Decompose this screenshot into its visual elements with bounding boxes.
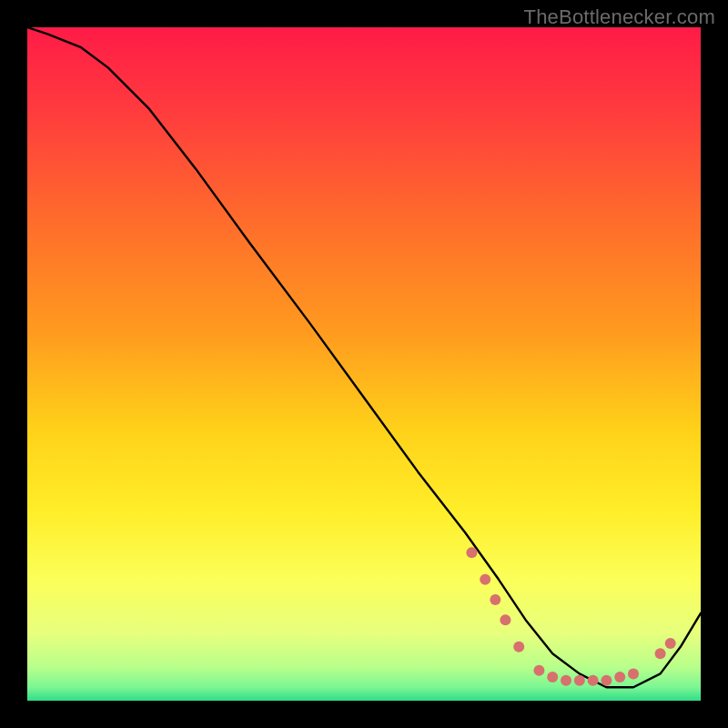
stage: TheBottlenecker.com xyxy=(0,0,728,728)
watermark-text: TheBottlenecker.com xyxy=(524,5,715,29)
marker-dot xyxy=(500,614,511,625)
marker-dot xyxy=(665,638,676,649)
marker-dot xyxy=(655,648,666,659)
chart-svg xyxy=(27,27,701,701)
marker-dot xyxy=(547,672,558,682)
marker-dot xyxy=(588,675,599,686)
marker-dot xyxy=(628,668,639,679)
marker-dot xyxy=(513,642,524,652)
marker-dot xyxy=(490,594,500,605)
gradient-background xyxy=(27,27,701,701)
marker-dot xyxy=(533,665,544,676)
marker-dot xyxy=(561,675,571,686)
marker-dot xyxy=(480,574,490,585)
marker-dot xyxy=(574,675,585,686)
plot-area xyxy=(27,27,701,701)
marker-dot xyxy=(466,547,477,558)
marker-dot xyxy=(614,672,625,682)
marker-dot xyxy=(601,675,612,686)
